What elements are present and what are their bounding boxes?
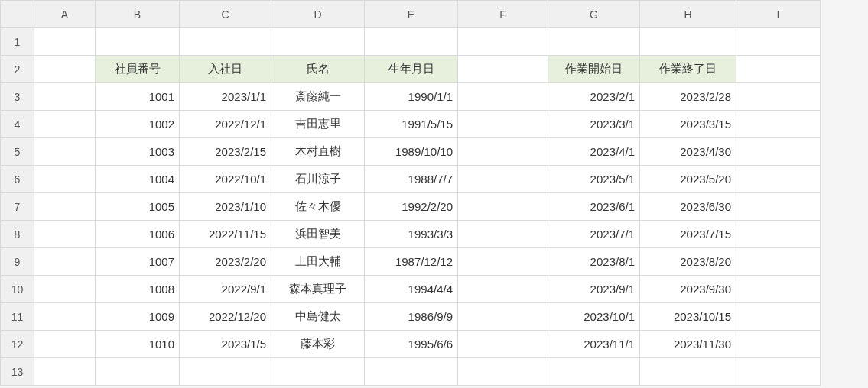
cell-I8[interactable]	[736, 221, 821, 248]
cell-A7[interactable]	[34, 193, 96, 221]
cell-F5[interactable]	[458, 138, 548, 166]
cell-D8[interactable]: 浜田智美	[271, 221, 365, 248]
cell-G12[interactable]: 2023/11/1	[548, 331, 640, 358]
col-header-B[interactable]: B	[96, 1, 180, 28]
row-header-7[interactable]: 7	[1, 193, 34, 221]
cell-F13[interactable]	[458, 358, 548, 386]
cell-E8[interactable]: 1993/3/3	[365, 221, 458, 248]
cell-E6[interactable]: 1988/7/7	[365, 166, 458, 193]
col-header-I[interactable]: I	[736, 1, 821, 28]
cell-G11[interactable]: 2023/10/1	[548, 303, 640, 331]
cell-A8[interactable]	[34, 221, 96, 248]
cell-C11[interactable]: 2022/12/20	[180, 303, 271, 331]
cell-F8[interactable]	[458, 221, 548, 248]
cell-H1[interactable]	[640, 28, 736, 56]
row-header-11[interactable]: 11	[1, 303, 34, 331]
row-header-12[interactable]: 12	[1, 331, 34, 358]
row-header-8[interactable]: 8	[1, 221, 34, 248]
cell-F12[interactable]	[458, 331, 548, 358]
col-header-F[interactable]: F	[458, 1, 548, 28]
cell-B8[interactable]: 1006	[96, 221, 180, 248]
cell-A6[interactable]	[34, 166, 96, 193]
cell-E9[interactable]: 1987/12/12	[365, 248, 458, 276]
cell-B4[interactable]: 1002	[96, 111, 180, 138]
cell-A9[interactable]	[34, 248, 96, 276]
cell-F2[interactable]	[458, 56, 548, 83]
row-header-1[interactable]: 1	[1, 28, 34, 56]
cell-A3[interactable]	[34, 83, 96, 111]
cell-D10[interactable]: 森本真理子	[271, 276, 365, 303]
cell-B13[interactable]	[96, 358, 180, 386]
cell-A2[interactable]	[34, 56, 96, 83]
cell-H12[interactable]: 2023/11/30	[640, 331, 736, 358]
cell-I2[interactable]	[736, 56, 821, 83]
cell-F7[interactable]	[458, 193, 548, 221]
cell-D5[interactable]: 木村直樹	[271, 138, 365, 166]
cell-D4[interactable]: 吉田恵里	[271, 111, 365, 138]
cell-G9[interactable]: 2023/8/1	[548, 248, 640, 276]
cell-A11[interactable]	[34, 303, 96, 331]
col-header-C[interactable]: C	[180, 1, 271, 28]
cell-F10[interactable]	[458, 276, 548, 303]
cell-H11[interactable]: 2023/10/15	[640, 303, 736, 331]
cell-G13[interactable]	[548, 358, 640, 386]
cell-H5[interactable]: 2023/4/30	[640, 138, 736, 166]
cell-E7[interactable]: 1992/2/20	[365, 193, 458, 221]
cell-A4[interactable]	[34, 111, 96, 138]
cell-G7[interactable]: 2023/6/1	[548, 193, 640, 221]
row-header-2[interactable]: 2	[1, 56, 34, 83]
cell-H3[interactable]: 2023/2/28	[640, 83, 736, 111]
cell-I10[interactable]	[736, 276, 821, 303]
cell-C5[interactable]: 2023/2/15	[180, 138, 271, 166]
cell-G1[interactable]	[548, 28, 640, 56]
cell-E3[interactable]: 1990/1/1	[365, 83, 458, 111]
cell-E2[interactable]: 生年月日	[365, 56, 458, 83]
cell-C8[interactable]: 2022/11/15	[180, 221, 271, 248]
cell-G10[interactable]: 2023/9/1	[548, 276, 640, 303]
cell-E11[interactable]: 1986/9/9	[365, 303, 458, 331]
cell-F3[interactable]	[458, 83, 548, 111]
cell-I13[interactable]	[736, 358, 821, 386]
cell-C3[interactable]: 2023/1/1	[180, 83, 271, 111]
col-header-D[interactable]: D	[271, 1, 365, 28]
cell-I4[interactable]	[736, 111, 821, 138]
cell-H2[interactable]: 作業終了日	[640, 56, 736, 83]
cell-B10[interactable]: 1008	[96, 276, 180, 303]
cell-C4[interactable]: 2022/12/1	[180, 111, 271, 138]
cell-C9[interactable]: 2023/2/20	[180, 248, 271, 276]
cell-A12[interactable]	[34, 331, 96, 358]
cell-B7[interactable]: 1005	[96, 193, 180, 221]
cell-C2[interactable]: 入社日	[180, 56, 271, 83]
cell-I9[interactable]	[736, 248, 821, 276]
col-header-H[interactable]: H	[640, 1, 736, 28]
cell-A13[interactable]	[34, 358, 96, 386]
row-header-5[interactable]: 5	[1, 138, 34, 166]
cell-F11[interactable]	[458, 303, 548, 331]
cell-D12[interactable]: 藤本彩	[271, 331, 365, 358]
cell-E10[interactable]: 1994/4/4	[365, 276, 458, 303]
cell-G4[interactable]: 2023/3/1	[548, 111, 640, 138]
row-header-9[interactable]: 9	[1, 248, 34, 276]
cell-D13[interactable]	[271, 358, 365, 386]
row-header-3[interactable]: 3	[1, 83, 34, 111]
cell-H6[interactable]: 2023/5/20	[640, 166, 736, 193]
cell-G5[interactable]: 2023/4/1	[548, 138, 640, 166]
cell-E12[interactable]: 1995/6/6	[365, 331, 458, 358]
cell-H8[interactable]: 2023/7/15	[640, 221, 736, 248]
row-header-4[interactable]: 4	[1, 111, 34, 138]
cell-G2[interactable]: 作業開始日	[548, 56, 640, 83]
col-header-A[interactable]: A	[34, 1, 96, 28]
cell-H9[interactable]: 2023/8/20	[640, 248, 736, 276]
cell-B12[interactable]: 1010	[96, 331, 180, 358]
cell-D2[interactable]: 氏名	[271, 56, 365, 83]
cell-D1[interactable]	[271, 28, 365, 56]
cell-C6[interactable]: 2022/10/1	[180, 166, 271, 193]
cell-F9[interactable]	[458, 248, 548, 276]
cell-H10[interactable]: 2023/9/30	[640, 276, 736, 303]
cell-C12[interactable]: 2023/1/5	[180, 331, 271, 358]
cell-A5[interactable]	[34, 138, 96, 166]
cell-I11[interactable]	[736, 303, 821, 331]
cell-E4[interactable]: 1991/5/15	[365, 111, 458, 138]
cell-I7[interactable]	[736, 193, 821, 221]
cell-B9[interactable]: 1007	[96, 248, 180, 276]
